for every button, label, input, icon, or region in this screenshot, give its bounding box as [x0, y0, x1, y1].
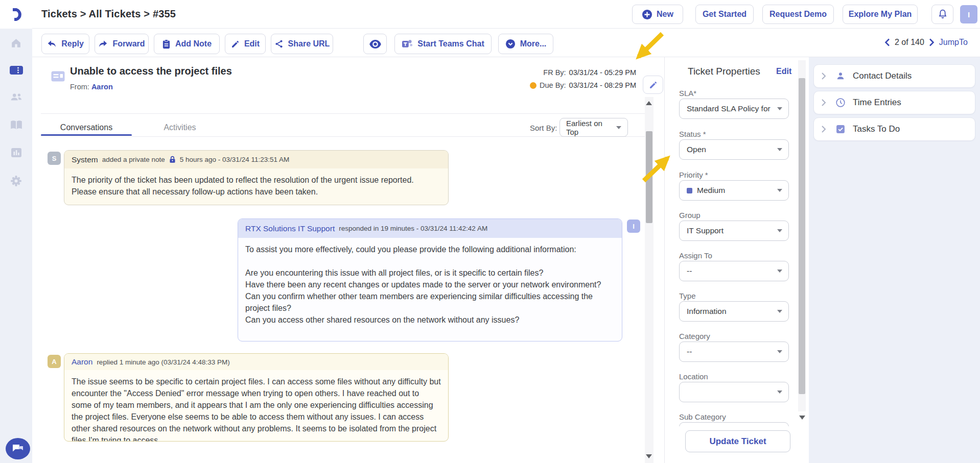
- edit-button[interactable]: Edit: [225, 34, 266, 54]
- chevron-right-icon: [821, 125, 826, 133]
- type-select[interactable]: Information: [679, 301, 789, 322]
- sla-value: Standard SLA Policy for C...: [687, 104, 773, 113]
- chevron-down-icon: [777, 270, 782, 273]
- share-icon: [274, 39, 284, 48]
- ticket-from: From: Aaron: [70, 83, 113, 91]
- priority-label: Priority *: [679, 170, 708, 179]
- pager-next-button[interactable]: [929, 38, 935, 46]
- message-author: System: [72, 155, 98, 164]
- ticket-pager: 2 of 140 JumpTo: [884, 38, 968, 47]
- fr-by-label: FR By:: [543, 68, 566, 77]
- avatar-initial: I: [633, 223, 635, 230]
- sort-by-select[interactable]: Earliest on Top: [559, 118, 628, 137]
- contact-details-label: Contact Details: [853, 71, 912, 81]
- type-label: Type: [679, 291, 696, 300]
- clock-icon: [835, 98, 846, 108]
- share-url-button[interactable]: Share URL: [271, 34, 333, 54]
- chevron-down-circle-icon: [505, 39, 516, 49]
- due-by-label: Due By:: [540, 81, 566, 89]
- requester-link[interactable]: Aaron: [91, 83, 113, 91]
- tab-activities[interactable]: Activities: [132, 118, 228, 136]
- logo-icon: [8, 6, 25, 22]
- watch-button[interactable]: [363, 34, 387, 54]
- sidebar-item-settings[interactable]: [0, 169, 32, 192]
- message-body: The priority of the ticket has been upda…: [64, 168, 448, 203]
- app-logo[interactable]: [0, 0, 32, 29]
- message-action: replied 1 minute ago (03/31/24 4:48:33 P…: [97, 358, 229, 366]
- avatar-system: S: [48, 152, 61, 165]
- group-value: IT Support: [687, 226, 724, 235]
- breadcrumb[interactable]: Tickets > All Tickets > #355: [41, 8, 176, 20]
- get-started-button[interactable]: Get Started: [695, 5, 754, 24]
- properties-scrollbar[interactable]: [798, 60, 806, 411]
- update-ticket-button[interactable]: Update Ticket: [685, 430, 790, 452]
- message-body: To assist you more effectively, could yo…: [238, 238, 622, 331]
- scroll-up-arrow[interactable]: [646, 101, 652, 105]
- add-note-button[interactable]: Add Note: [154, 34, 220, 54]
- tab-conversations[interactable]: Conversations: [41, 118, 132, 136]
- related-widgets-panel: Contact Details Time Entries Tasks To Do: [809, 57, 980, 463]
- fr-by-row: FR By: 03/31/24 - 05:29 PM: [543, 68, 636, 77]
- tab-activities-label: Activities: [164, 123, 196, 132]
- sidebar-item-home[interactable]: [0, 32, 32, 54]
- due-by-value: 03/31/24 - 08:29 PM: [569, 81, 636, 89]
- assign-to-select[interactable]: --: [679, 261, 789, 281]
- due-by-row: Due By: 03/31/24 - 08:29 PM: [530, 81, 636, 89]
- priority-select[interactable]: Medium: [679, 180, 789, 201]
- notifications-button[interactable]: [931, 5, 953, 24]
- reply-button[interactable]: Reply: [41, 34, 89, 54]
- conversation-scrollbar[interactable]: [645, 97, 654, 463]
- scroll-down-arrow[interactable]: [646, 454, 652, 458]
- chevron-down-icon: [777, 189, 782, 192]
- chat-launcher-button[interactable]: [6, 438, 30, 459]
- sidebar-item-reports[interactable]: [0, 141, 32, 164]
- start-teams-chat-button[interactable]: Start Teams Chat: [394, 34, 492, 54]
- request-demo-button[interactable]: Request Demo: [762, 5, 834, 24]
- fr-by-value: 03/31/24 - 05:29 PM: [569, 68, 636, 77]
- more-button[interactable]: More...: [498, 34, 553, 54]
- explore-my-plan-button[interactable]: Explore My Plan: [843, 5, 918, 24]
- requester-name-link[interactable]: Aaron: [72, 357, 92, 367]
- pager-previous-button[interactable]: [884, 38, 890, 46]
- jump-to-link[interactable]: JumpTo: [939, 38, 968, 47]
- avatar-agent: I: [627, 220, 640, 233]
- tabs-divider: [41, 136, 650, 137]
- conversation-scrollbar-thumb[interactable]: [646, 131, 652, 223]
- sidebar-item-knowledge-base[interactable]: [0, 114, 32, 136]
- new-button[interactable]: New: [632, 5, 683, 24]
- ticket-icon: [9, 64, 24, 77]
- time-entries-panel[interactable]: Time Entries: [813, 91, 975, 114]
- status-select[interactable]: Open: [679, 139, 789, 160]
- edit-due-date-button[interactable]: [643, 76, 663, 94]
- category-select[interactable]: --: [679, 342, 789, 362]
- sidebar-item-tickets[interactable]: [0, 59, 32, 82]
- tasks-to-do-panel[interactable]: Tasks To Do: [813, 117, 975, 141]
- avatar-requester: A: [48, 355, 61, 368]
- assign-to-value: --: [687, 266, 692, 276]
- update-button-container: Update Ticket: [665, 426, 799, 463]
- properties-edit-link[interactable]: Edit: [776, 67, 791, 76]
- properties-scroll-down-arrow[interactable]: [799, 416, 805, 420]
- ticket-properties-panel: Ticket Properties Edit SLA* Standard SLA…: [664, 57, 809, 463]
- user-avatar[interactable]: I: [960, 5, 977, 23]
- forward-button[interactable]: Forward: [95, 34, 149, 54]
- ticket-card-icon: [51, 71, 65, 82]
- message-header: Aaron replied 1 minute ago (03/31/24 4:4…: [64, 354, 448, 370]
- home-icon: [10, 37, 22, 50]
- sidebar-item-contacts[interactable]: [0, 86, 32, 109]
- location-select[interactable]: [679, 382, 789, 402]
- note-line: The priority of the ticket has been upda…: [72, 174, 441, 186]
- book-icon: [10, 119, 23, 131]
- contact-details-panel[interactable]: Contact Details: [813, 64, 975, 88]
- properties-scrollbar-thumb[interactable]: [799, 78, 805, 394]
- chevron-right-icon: [821, 72, 826, 80]
- chevron-right-icon: [929, 38, 935, 46]
- group-label: Group: [679, 211, 701, 220]
- sla-select[interactable]: Standard SLA Policy for C...: [679, 99, 789, 119]
- message-agent-reply: RTX Solutions IT Support responded in 19…: [238, 218, 622, 342]
- avatar-initial: S: [52, 155, 57, 162]
- agent-name-link[interactable]: RTX Solutions IT Support: [245, 224, 335, 233]
- location-label: Location: [679, 372, 708, 381]
- chevron-down-icon: [777, 350, 782, 353]
- group-select[interactable]: IT Support: [679, 221, 789, 241]
